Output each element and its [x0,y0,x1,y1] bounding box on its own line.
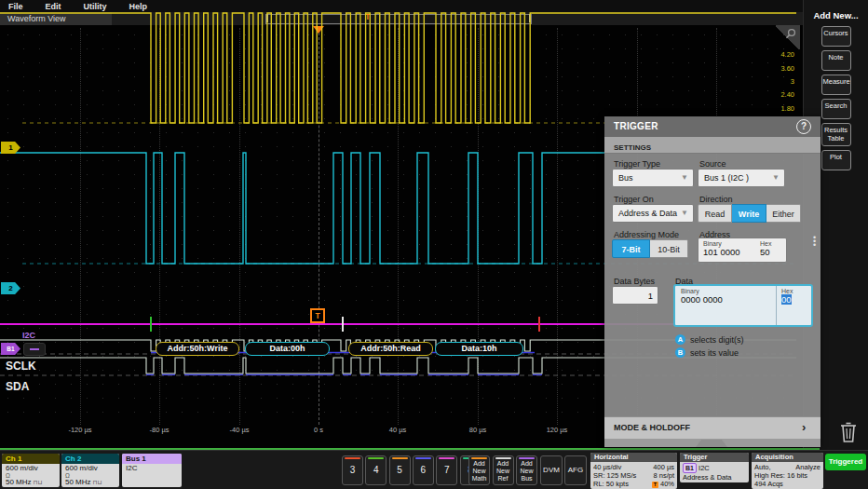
ch2-bandwidth: 50 MHz [65,478,91,486]
panel-scroll-dots[interactable]: ••• [813,236,816,247]
acquisition-box[interactable]: Acquisition Auto, Analyze High Res: 16 b… [752,453,823,489]
data-bytes-field[interactable]: 1 [612,286,658,305]
chevron-down-icon: ▼ [681,173,688,182]
acq-analyze: Analyze [795,463,821,471]
address-hex-label: Hex [760,240,771,247]
bus-packet: Addr:50h:Read [348,342,433,356]
settings-label: SETTINGS [614,143,651,152]
channel-color-stripe [415,457,431,459]
addressing-segmented: 7-Bit10-Bit [612,239,688,258]
chevron-right-icon: › [802,420,806,434]
add-new-measure-button[interactable]: Measure [821,75,851,95]
trash-button[interactable] [837,420,860,444]
bottom-settings-bar: Ch 1 600 m/div Ω 50 MHz ⊓⊔ Ch 2 600 m/di… [0,450,868,489]
direction-option-read[interactable]: Read [698,204,732,223]
horizontal-title: Horizontal [590,453,677,462]
addressing-option-7-bit[interactable]: 7-Bit [612,239,650,258]
bus-collapse-handle[interactable] [23,343,46,356]
add-new-bus-button[interactable]: Add New Bus [516,455,537,485]
channel-color-stripe [392,457,408,459]
knob-b-icon: B [675,347,685,358]
afg-label: AFG [565,456,586,484]
channel-6-button[interactable]: 6 [413,455,434,485]
ch2-badge[interactable]: Ch 2 600 m/div Ω 50 MHz ⊓⊔ [61,454,119,487]
channel-7-button[interactable]: 7 [436,455,457,485]
sclk-label[interactable]: SCLK [6,360,36,373]
source-label: Source [699,159,726,169]
trigger-level-t-marker[interactable]: T [310,308,325,323]
direction-option-write[interactable]: Write [732,204,766,223]
acq-resolution: High Res: 16 bits [754,471,821,480]
add-new-search-button[interactable]: Search [821,99,851,119]
add-new-cursors-button[interactable]: Cursors [821,26,851,47]
add-new-ref-button[interactable]: Add New Ref [493,455,514,485]
horizontal-value: SR: 125 MS/s [593,471,636,480]
b1-source-chip: B1 [683,463,697,473]
data-binary-value: 0000 0000 [681,294,723,305]
channel-color-stripe [439,457,454,459]
resource-color-stripe [495,457,511,459]
source-dropdown[interactable]: Bus 1 (I2C ) ▼ [698,169,785,187]
bus-packet: Data:00h [245,342,330,356]
channel-color-stripe [345,457,360,459]
oscilloscope-screen: FileEditUtilityHelp Waveform View T Add … [0,0,868,489]
data-hex-value[interactable]: 00 [781,294,793,305]
bus1-badge[interactable]: Bus 1 I2C [122,454,182,487]
sda-label[interactable]: SDA [6,380,29,393]
add-new-title: Add New... [804,10,868,20]
acq-mode: Auto, [754,463,771,471]
channel-number: 3 [343,456,362,484]
panel-bottom-strip [604,439,821,447]
data-hex-label: Hex [781,288,793,294]
dvm-button[interactable]: DVM [540,455,563,485]
channel-number: 4 [366,456,386,484]
channel-3-button[interactable]: 3 [342,455,363,485]
trigger-position-icon: T [652,482,658,488]
horizontal-box[interactable]: Horizontal 40 µs/div400 µsSR: 125 MS/s8 … [590,453,677,489]
resource-color-stripe [471,457,487,459]
dvm-label: DVM [541,456,562,484]
hint-text: sets its value [690,348,739,358]
trigger-box[interactable]: Trigger B1 I2C Address & Data [680,453,749,482]
settings-section-tab[interactable]: SETTINGS [604,137,821,154]
channel-5-button[interactable]: 5 [389,455,411,485]
direction-label: Direction [699,195,733,204]
panel-drag-handle[interactable] [696,440,727,447]
trigger-title: Trigger [680,453,749,462]
trigger-mode: Address & Data [683,473,746,482]
horizontal-value: 400 µs [653,463,674,471]
data-field[interactable]: Binary 0000 0000 Hex 00 [673,284,813,327]
channel-4-button[interactable]: 4 [365,455,387,485]
mode-holdoff-label: MODE & HOLDOFF [614,423,690,432]
trigger-panel-title: TRIGGER [614,121,658,131]
bus1-type: I2C [126,465,182,473]
addressing-option-10-bit[interactable]: 10-Bit [650,239,688,258]
trigger-on-dropdown[interactable]: Address & Data ▼ [612,204,694,223]
data-binary-label: Binary [681,288,723,294]
data-bytes-label: Data Bytes [614,277,655,286]
horizontal-row: 40 µs/div400 µs [593,463,674,471]
afg-button[interactable]: AFG [564,455,587,485]
help-icon[interactable]: ? [796,119,811,134]
ch2-scale: 600 m/div [65,465,119,473]
mode-holdoff-bar[interactable]: MODE & HOLDOFF › [604,416,821,440]
data-bytes-value: 1 [648,291,653,301]
add-new-math-button[interactable]: Add New Math [468,455,490,485]
ch1-name: Ch 1 [2,454,60,464]
hint-row: Aselects digit(s) [675,334,744,345]
bandwidth-icon: ⊓⊔ [34,479,43,485]
direction-option-either[interactable]: Either [766,204,801,223]
trigger-panel-header[interactable]: TRIGGER ? [604,116,821,137]
add-new-results-table-button[interactable]: Results Table [821,123,851,146]
trigger-settings-panel: TRIGGER ? SETTINGS Trigger Type Bus ▼ So… [604,116,821,447]
acquisition-title: Acquisition [752,453,823,462]
horizontal-value: 40 µs/div [593,463,621,471]
ch1-badge[interactable]: Ch 1 600 m/div Ω 50 MHz ⊓⊔ [2,454,60,487]
trigger-type-dropdown[interactable]: Bus ▼ [612,169,694,187]
trigger-on-value: Address & Data [618,209,677,218]
direction-segmented: ReadWriteEither [698,204,801,223]
add-new-plot-button[interactable]: Plot [821,150,851,170]
add-new-note-button[interactable]: Note [821,50,851,71]
address-hex-value: 50 [760,247,771,257]
address-field[interactable]: Binary 101 0000 Hex 50 [698,238,787,263]
